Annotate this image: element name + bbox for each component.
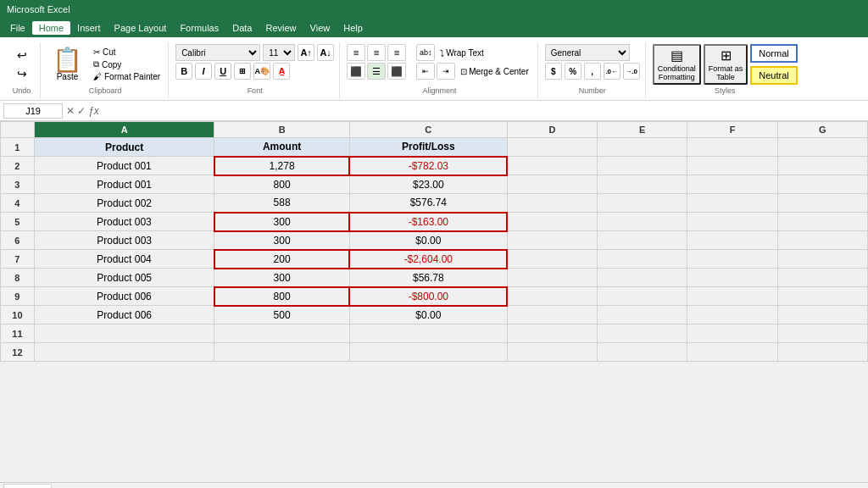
cell-1-a[interactable]: Product [34, 138, 214, 157]
cell-2-a[interactable]: Product 001 [34, 157, 214, 175]
increase-decimal-button[interactable]: →.0 [623, 63, 640, 80]
cell-9-c[interactable]: -$800.00 [349, 287, 507, 306]
cell-4-f[interactable] [687, 194, 777, 213]
fill-color-button[interactable]: A🎨 [253, 63, 270, 80]
align-top-right-button[interactable]: ≡ [387, 44, 406, 61]
cell-3-b[interactable]: 800 [214, 175, 349, 194]
indent-increase-button[interactable]: ⇥ [437, 63, 455, 80]
row-header-4[interactable]: 4 [1, 194, 35, 213]
cell-2-c[interactable]: -$782.03 [349, 157, 507, 175]
align-center-button[interactable]: ☰ [367, 63, 386, 80]
cell-12-d[interactable] [507, 343, 597, 362]
underline-button[interactable]: U [214, 63, 231, 80]
cell-6-g[interactable] [777, 231, 867, 250]
increase-font-button[interactable]: A↑ [298, 44, 314, 61]
italic-button[interactable]: I [195, 63, 212, 80]
menu-review[interactable]: Review [259, 21, 303, 35]
cell-5-d[interactable] [507, 213, 597, 231]
col-header-b[interactable]: B [214, 122, 349, 138]
cell-11-c[interactable] [349, 324, 507, 343]
formula-insert-function-icon[interactable]: ƒx [88, 105, 99, 117]
cell-8-c[interactable]: $56.78 [349, 269, 507, 287]
style-normal-button[interactable]: Normal [750, 44, 797, 63]
cell-5-c[interactable]: -$163.00 [349, 213, 507, 231]
cell-11-a[interactable] [34, 324, 214, 343]
sheet-wrapper[interactable]: A B C D E F G 1ProductAmountProfit/Loss2… [0, 121, 868, 482]
menu-home[interactable]: Home [32, 21, 70, 35]
cell-9-a[interactable]: Product 006 [34, 287, 214, 306]
orient-button[interactable]: ab↕ [416, 44, 435, 61]
paste-button[interactable]: 📋 Paste [47, 47, 87, 83]
col-header-d[interactable]: D [507, 122, 597, 138]
cell-12-f[interactable] [687, 343, 777, 362]
col-header-a[interactable]: A [34, 122, 214, 138]
cell-1-e[interactable] [598, 138, 687, 157]
cell-1-g[interactable] [777, 138, 867, 157]
cell-7-a[interactable]: Product 004 [34, 250, 214, 269]
font-color-button[interactable]: A̲ [273, 63, 290, 80]
align-top-left-button[interactable]: ≡ [347, 44, 365, 61]
cut-button[interactable]: ✂ Cut [91, 47, 163, 58]
menu-page-layout[interactable]: Page Layout [108, 21, 174, 35]
cell-7-g[interactable] [777, 250, 867, 269]
font-size-select[interactable]: 11 [263, 44, 295, 61]
font-name-select[interactable]: Calibri [175, 44, 260, 61]
cell-9-e[interactable] [598, 287, 687, 306]
format-as-table-button[interactable]: ⊞ Format asTable [704, 44, 748, 85]
cell-6-a[interactable]: Product 003 [34, 231, 214, 250]
cell-6-c[interactable]: $0.00 [349, 231, 507, 250]
border-button[interactable]: ⊞ [234, 63, 251, 80]
cell-12-b[interactable] [214, 343, 349, 362]
bold-button[interactable]: B [175, 63, 192, 80]
row-header-9[interactable]: 9 [1, 287, 35, 306]
cell-4-a[interactable]: Product 002 [34, 194, 214, 213]
cell-3-a[interactable]: Product 001 [34, 175, 214, 194]
cell-11-d[interactable] [507, 324, 597, 343]
row-header-3[interactable]: 3 [1, 175, 35, 194]
percent-button[interactable]: % [565, 63, 581, 80]
wrap-text-button[interactable]: ⤵ Wrap Text [437, 47, 487, 59]
cell-3-d[interactable] [507, 175, 597, 194]
cell-7-b[interactable]: 200 [214, 250, 349, 269]
menu-formulas[interactable]: Formulas [173, 21, 225, 35]
cell-10-a[interactable]: Product 006 [34, 306, 214, 324]
formula-input[interactable] [103, 106, 865, 116]
cell-2-d[interactable] [507, 157, 597, 175]
formula-confirm-icon[interactable]: ✓ [77, 105, 86, 117]
row-header-8[interactable]: 8 [1, 269, 35, 287]
align-top-center-button[interactable]: ≡ [367, 44, 386, 61]
cell-4-g[interactable] [777, 194, 867, 213]
cell-5-b[interactable]: 300 [214, 213, 349, 231]
cell-8-f[interactable] [687, 269, 777, 287]
cell-10-b[interactable]: 500 [214, 306, 349, 324]
copy-button[interactable]: ⧉ Copy [91, 58, 163, 70]
number-format-select[interactable]: General [545, 44, 630, 61]
cell-6-f[interactable] [687, 231, 777, 250]
cell-10-f[interactable] [687, 306, 777, 324]
comma-button[interactable]: , [584, 63, 601, 80]
cell-reference-box[interactable] [3, 103, 63, 119]
cell-7-d[interactable] [507, 250, 597, 269]
menu-view[interactable]: View [303, 21, 337, 35]
cell-10-g[interactable] [777, 306, 867, 324]
menu-help[interactable]: Help [337, 21, 370, 35]
formula-cancel-icon[interactable]: ✕ [66, 105, 75, 117]
cell-3-e[interactable] [598, 175, 687, 194]
cell-11-e[interactable] [598, 324, 687, 343]
row-header-6[interactable]: 6 [1, 231, 35, 250]
cell-9-f[interactable] [687, 287, 777, 306]
cell-2-b[interactable]: 1,278 [214, 157, 349, 175]
cell-5-e[interactable] [598, 213, 687, 231]
redo-button[interactable]: ↪ [14, 65, 31, 82]
cell-9-d[interactable] [507, 287, 597, 306]
col-header-c[interactable]: C [349, 122, 507, 138]
cell-9-b[interactable]: 800 [214, 287, 349, 306]
cell-11-b[interactable] [214, 324, 349, 343]
merge-center-button[interactable]: ⊡ Merge & Center [457, 65, 532, 78]
cell-3-f[interactable] [687, 175, 777, 194]
cell-3-c[interactable]: $23.00 [349, 175, 507, 194]
cell-1-c[interactable]: Profit/Loss [349, 138, 507, 157]
row-header-10[interactable]: 10 [1, 306, 35, 324]
decrease-decimal-button[interactable]: .0← [604, 63, 620, 80]
cell-5-f[interactable] [687, 213, 777, 231]
